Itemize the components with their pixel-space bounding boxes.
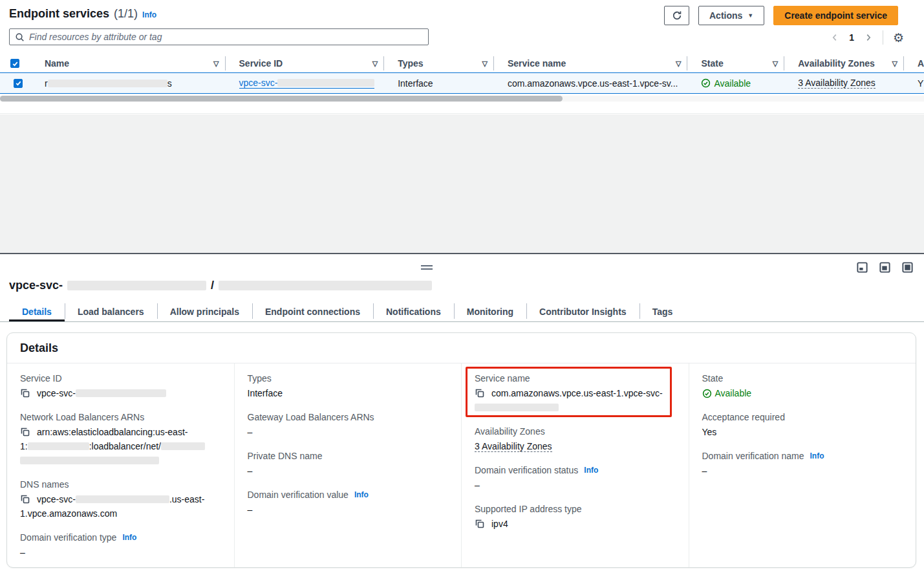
details-column-1: Service ID vpce-svc- Network Load Balanc… [7,363,234,567]
table-row[interactable]: r s vpce-svc- Interface com.amazonaws.vp… [0,72,924,94]
availability-zones-tooltip-trigger[interactable]: 3 Availability Zones [798,78,876,89]
page-title: Endpoint services [9,7,109,21]
tab-label: Notifications [386,307,441,317]
copy-icon[interactable] [475,388,485,398]
split-panel-size-controls [857,262,913,273]
column-header-types[interactable]: Types ▽ [384,57,494,70]
field-domain-verification-name: Domain verification name Info – [702,449,903,478]
next-page-button[interactable] [864,33,873,42]
info-link[interactable]: Info [354,488,369,501]
field-nlb-arns: Network Load Balancers ARNs arn:aws:elas… [20,411,221,468]
info-link[interactable]: Info [142,10,156,19]
sort-icon: ▽ [676,59,681,68]
tab-tags[interactable]: Tags [639,301,686,321]
service-id-text: vpce-svc- [37,386,76,400]
column-header-state[interactable]: State ▽ [687,57,784,70]
field-label: Domain verification value [248,488,349,501]
copy-icon[interactable] [20,494,30,504]
column-header-availability-zones[interactable]: Availability Zones ▽ [784,57,904,70]
tab-allow-principals[interactable]: Allow principals [157,301,252,321]
refresh-button[interactable] [664,6,689,25]
field-value: – [475,478,676,492]
details-column-4: State Available Acceptance required Yes [689,363,916,567]
info-link[interactable]: Info [810,449,824,462]
sort-icon: ▽ [482,59,487,68]
column-header-truncated[interactable]: A [904,57,924,70]
tab-load-balancers[interactable]: Load balancers [65,301,157,321]
state-text: Available [714,78,751,89]
name-text: s [167,78,172,89]
status-available-icon [701,78,711,88]
details-card-title: Details [20,341,58,355]
select-all-cell [0,57,31,70]
cell-state: Available [687,78,784,89]
acceptance-text: Y [918,78,923,89]
field-domain-verification-value: Domain verification value Info – [248,488,449,517]
ip-type-text: ipv4 [491,517,508,531]
service-id-link[interactable]: vpce-svc- [239,78,375,89]
redacted-text [76,495,169,503]
column-header-service-name[interactable]: Service name ▽ [494,57,688,70]
column-label: State [701,58,723,69]
column-header-name[interactable]: Name ▽ [31,57,226,70]
field-label: DNS names [20,478,69,491]
title-service-id-prefix: vpce-svc- [9,279,63,292]
column-label: Service ID [239,58,283,69]
title-separator: / [211,279,214,292]
field-domain-verification-type: Domain verification type Info – [20,531,221,559]
cell-acceptance-truncated: Y [904,78,924,89]
panel-size-small-icon[interactable] [857,262,868,273]
field-label: Availability Zones [475,425,545,438]
copy-icon[interactable] [20,427,30,437]
field-label: State [702,372,724,385]
search-box[interactable] [9,28,429,45]
tab-contributor-insights[interactable]: Contributor Insights [526,301,639,321]
column-label: Name [45,58,69,69]
sort-icon: ▽ [372,59,378,68]
field-label: Service ID [20,372,62,385]
tab-bar: Details Load balancers Allow principals … [9,301,685,321]
name-text: r [45,78,48,89]
details-card-body: Service ID vpce-svc- Network Load Balanc… [7,363,916,567]
search-icon [15,32,25,42]
pagination: 1 ⚙ [830,30,904,45]
redacted-text [67,281,206,290]
current-page[interactable]: 1 [849,32,854,43]
tab-monitoring[interactable]: Monitoring [454,301,526,321]
copy-icon[interactable] [20,388,30,398]
split-panel-title: vpce-svc- / [9,279,432,292]
availability-zones-tooltip-trigger[interactable]: 3 Availability Zones [475,441,552,452]
tab-notifications[interactable]: Notifications [373,301,454,321]
panel-size-medium-icon[interactable] [879,262,890,273]
refresh-icon [672,10,682,21]
state-text: Available [715,386,752,400]
search-input[interactable] [29,32,423,42]
scrollbar-thumb[interactable] [0,96,563,102]
sort-icon: ▽ [213,59,219,68]
tab-details[interactable]: Details [9,301,65,321]
info-link[interactable]: Info [122,531,136,544]
chevron-left-icon [830,33,839,42]
column-label: Types [398,58,423,69]
row-checkbox[interactable] [14,79,23,88]
column-label: A [918,58,924,69]
endpoint-services-table-section: Endpoint services (1/1) Info Actions ▼ C… [0,0,924,114]
select-all-checkbox[interactable] [10,59,19,68]
actions-button[interactable]: Actions ▼ [698,6,764,25]
redacted-text [219,281,432,290]
table-settings-gear-icon[interactable]: ⚙ [893,32,904,44]
field-types: Types Interface [248,372,449,400]
field-label: Network Load Balancers ARNs [20,411,144,424]
tab-endpoint-connections[interactable]: Endpoint connections [252,301,373,321]
split-panel-drag-handle[interactable] [421,265,433,270]
field-state: State Available [702,372,903,400]
create-endpoint-service-button[interactable]: Create endpoint service [773,6,898,25]
cell-service-name: com.amazonaws.vpce.us-east-1.vpce-sv... [494,78,688,89]
chevron-right-icon [864,33,873,42]
column-header-service-id[interactable]: Service ID ▽ [226,57,385,70]
copy-icon[interactable] [475,519,485,529]
previous-page-button[interactable] [830,33,839,42]
field-label: Domain verification name [702,449,804,462]
panel-size-large-icon[interactable] [902,262,913,273]
info-link[interactable]: Info [584,464,598,477]
